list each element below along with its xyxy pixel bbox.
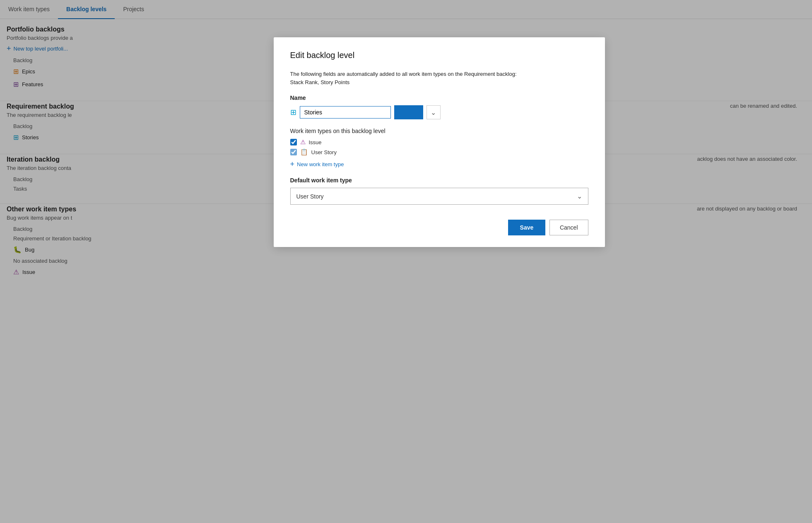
name-field-label: Name	[290, 94, 588, 101]
color-picker-button[interactable]	[394, 105, 423, 119]
userstory-checkbox-row: 📋 User Story	[290, 148, 588, 156]
userstory-checkbox[interactable]	[290, 149, 297, 155]
add-wit-label: New work item type	[297, 161, 344, 167]
issue-checkbox-row: ⚠ Issue	[290, 138, 588, 146]
default-wit-value: User Story	[296, 193, 324, 200]
cancel-button[interactable]: Cancel	[549, 220, 588, 235]
dropdown-chevron-icon: ⌄	[577, 192, 582, 200]
color-dropdown-button[interactable]: ⌄	[426, 105, 441, 119]
edit-backlog-dialog: Edit backlog level The following fields …	[274, 37, 605, 247]
userstory-wit-label: User Story	[311, 149, 337, 155]
default-wit-dropdown[interactable]: User Story ⌄	[290, 188, 588, 205]
name-input[interactable]	[300, 106, 391, 119]
issue-wit-label: Issue	[309, 139, 322, 145]
default-wit-label: Default work item type	[290, 177, 588, 184]
name-row: ⊞ ⌄	[290, 105, 588, 119]
issue-checkbox[interactable]	[290, 139, 297, 145]
issue-wit-icon: ⚠	[300, 138, 306, 146]
dialog-title: Edit backlog level	[290, 51, 588, 60]
save-button[interactable]: Save	[508, 220, 545, 235]
stories-name-icon: ⊞	[290, 108, 296, 117]
wit-section-label: Work item types on this backlog level	[290, 128, 588, 134]
userstory-wit-icon: 📋	[300, 148, 308, 156]
add-wit-plus-icon: +	[290, 160, 295, 169]
dialog-info: The following fields are automatically a…	[290, 70, 588, 86]
add-wit-button[interactable]: + New work item type	[290, 160, 588, 169]
dialog-footer: Save Cancel	[290, 220, 588, 235]
